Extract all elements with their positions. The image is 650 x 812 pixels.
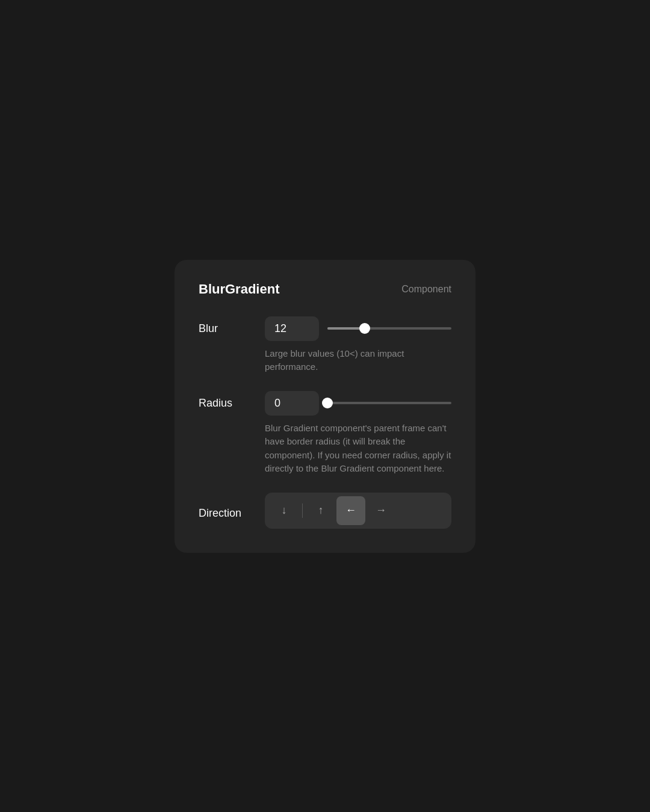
- radius-input-slider: [265, 391, 451, 416]
- radius-input[interactable]: [265, 391, 319, 416]
- direction-down-button[interactable]: ↓: [270, 496, 299, 525]
- blur-hint: Large blur values (10<) can impact perfo…: [265, 347, 451, 374]
- radius-controls: Blur Gradient component's parent frame c…: [265, 391, 451, 476]
- direction-label: Direction: [199, 501, 265, 520]
- radius-label: Radius: [199, 391, 265, 410]
- arrow-right-icon: →: [376, 504, 386, 517]
- blur-slider-thumb[interactable]: [359, 323, 370, 334]
- direction-right-button[interactable]: →: [367, 496, 395, 525]
- radius-hint: Blur Gradient component's parent frame c…: [265, 422, 451, 476]
- blur-input[interactable]: [265, 316, 319, 341]
- blur-input-slider: [265, 316, 451, 341]
- arrow-left-icon: ←: [345, 504, 356, 517]
- radius-property-row: Radius Blur Gradient component's parent …: [199, 391, 451, 476]
- direction-property-row: Direction ↓ ↑ ← →: [199, 493, 451, 529]
- blur-property-row: Blur Large blur values (10<) can impact …: [199, 316, 451, 374]
- blur-gradient-panel: BlurGradient Component Blur Large blur v…: [175, 260, 475, 553]
- direction-controls: ↓ ↑ ← →: [265, 493, 451, 529]
- direction-up-button[interactable]: ↑: [306, 496, 335, 525]
- panel-title: BlurGradient: [199, 281, 279, 297]
- arrow-down-icon: ↓: [282, 504, 287, 517]
- direction-button-group: ↓ ↑ ← →: [265, 493, 451, 529]
- direction-left-button[interactable]: ←: [336, 496, 365, 525]
- panel-header: BlurGradient Component: [199, 281, 451, 297]
- arrow-up-icon: ↑: [318, 504, 324, 517]
- radius-slider-track[interactable]: [327, 402, 451, 404]
- blur-slider-track[interactable]: [327, 327, 451, 330]
- radius-slider-thumb[interactable]: [322, 398, 333, 408]
- blur-controls: Large blur values (10<) can impact perfo…: [265, 316, 451, 374]
- panel-subtitle: Component: [401, 284, 451, 295]
- direction-divider-1: [302, 503, 303, 518]
- blur-label: Blur: [199, 316, 265, 335]
